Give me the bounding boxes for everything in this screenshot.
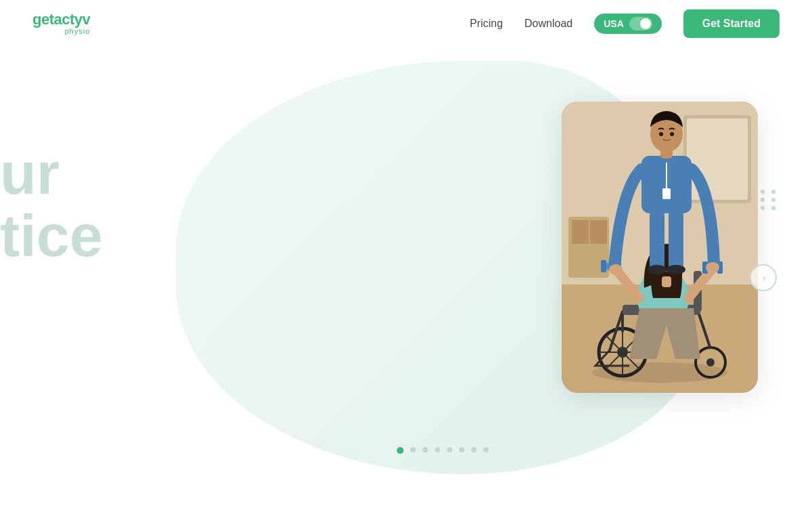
svg-rect-30 (650, 210, 664, 271)
svg-rect-25 (601, 260, 606, 272)
toggle-knob (640, 18, 651, 29)
dot (761, 190, 765, 194)
carousel-dot-1[interactable] (397, 447, 403, 454)
svg-rect-7 (590, 220, 607, 244)
dot (771, 206, 775, 210)
dot (771, 190, 775, 194)
nav-download[interactable]: Download (524, 18, 572, 30)
dot (761, 206, 765, 210)
logo-brand: getactyv (32, 12, 90, 27)
logo[interactable]: getactyv physio (32, 12, 90, 35)
nav-pricing[interactable]: Pricing (470, 18, 503, 30)
svg-point-33 (667, 265, 685, 274)
svg-rect-4 (687, 119, 748, 200)
image-card-inner (562, 102, 758, 393)
svg-point-37 (706, 262, 719, 273)
svg-point-41 (670, 132, 674, 136)
carousel-dot-6[interactable] (459, 447, 464, 452)
nav-right: Pricing Download USA Get Started (470, 9, 780, 38)
svg-point-32 (648, 265, 667, 274)
hero-text: ur tice (0, 142, 103, 268)
carousel-dot-8[interactable] (483, 447, 489, 452)
carousel-dot-5[interactable] (447, 447, 452, 452)
logo-sub: physio (32, 28, 90, 35)
hero-headline: ur tice (0, 142, 103, 268)
physio-scene (562, 102, 758, 393)
svg-point-40 (659, 132, 663, 136)
region-label: USA (604, 18, 624, 29)
hero-section: ur tice (0, 47, 812, 508)
svg-rect-31 (669, 210, 683, 271)
carousel-dot-4[interactable] (434, 447, 440, 452)
carousel-next-button[interactable]: › (750, 264, 777, 291)
image-card (562, 102, 758, 393)
carousel-dot-3[interactable] (422, 447, 428, 452)
svg-point-36 (609, 264, 623, 275)
carousel-dots (397, 447, 489, 454)
arrow-right-icon: › (762, 271, 766, 285)
navbar: getactyv physio Pricing Download USA Get… (0, 0, 812, 47)
carousel-dot-2[interactable] (410, 447, 415, 452)
svg-rect-35 (662, 188, 671, 199)
carousel-dot-7[interactable] (471, 447, 476, 452)
hero-line1: ur (0, 142, 103, 205)
svg-rect-6 (572, 220, 589, 244)
dot (771, 198, 775, 202)
get-started-button[interactable]: Get Started (683, 9, 780, 38)
svg-point-12 (706, 358, 715, 366)
hero-line2: tice (0, 205, 103, 267)
dot (761, 198, 765, 202)
toggle-switch[interactable] (629, 17, 652, 30)
region-toggle[interactable]: USA (594, 14, 662, 34)
svg-rect-23 (662, 276, 671, 287)
